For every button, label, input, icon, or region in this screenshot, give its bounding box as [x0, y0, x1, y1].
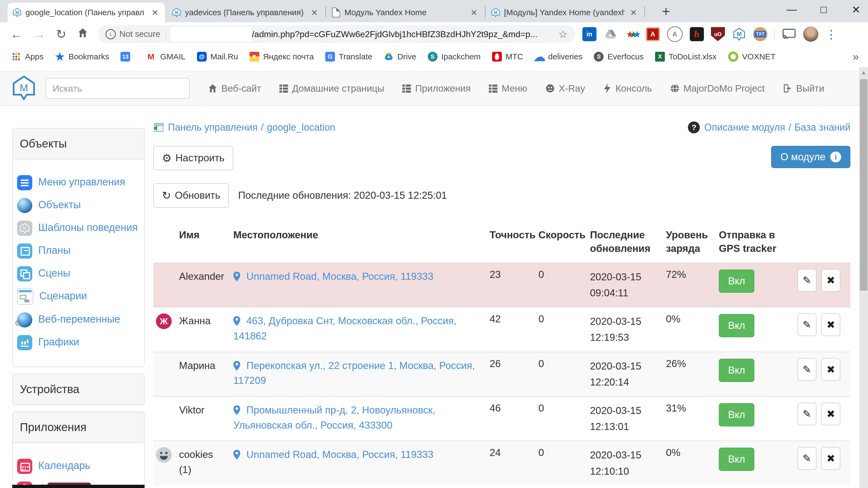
h-extension-icon[interactable]: h — [690, 27, 704, 41]
bookmark-deliveries[interactable]: ☁ deliveries — [535, 52, 583, 62]
majordomo-extension-icon[interactable]: M — [732, 27, 746, 41]
tab-close-icon[interactable]: ✕ — [628, 8, 639, 18]
delete-button[interactable]: ✖ — [822, 358, 840, 381]
sidebar-item-objects[interactable]: Объекты — [17, 197, 140, 213]
edit-button[interactable]: ✎ — [798, 358, 816, 381]
bookmark-everfocus[interactable]: S Everfocus — [594, 52, 643, 62]
edit-button[interactable]: ✎ — [798, 447, 816, 470]
nav-item-applications[interactable]: Приложения — [401, 83, 471, 94]
chrome-menu-icon[interactable]: ⋮ — [826, 27, 837, 41]
linkedin-extension-icon[interactable]: in — [582, 27, 596, 41]
nav-item-menu[interactable]: Меню — [488, 83, 527, 94]
bookmark-translate[interactable]: G Translate — [325, 52, 372, 62]
send-toggle-button[interactable]: Вкл — [719, 359, 754, 382]
breadcrumb-link-module[interactable]: google_location — [267, 122, 335, 133]
about-module-button[interactable]: О модуле i — [771, 146, 850, 168]
bookmark-mailru[interactable]: @ Mail.Ru — [197, 52, 238, 62]
configure-button[interactable]: ⚙ Настроить — [153, 146, 233, 170]
location-link[interactable]: Unnamed Road, Москва, Россия, 119333 — [246, 449, 433, 460]
nav-item-console[interactable]: Консоль — [602, 83, 652, 94]
sidebar-item-calendar[interactable]: Календарь — [17, 458, 140, 474]
module-description-link[interactable]: Описание модуля — [704, 122, 785, 133]
stars-extension-icon[interactable]: ★★★ — [625, 27, 639, 41]
security-label[interactable]: Not secure — [120, 29, 160, 39]
send-toggle-button[interactable]: Вкл — [719, 269, 754, 293]
reload-icon[interactable]: ↻ — [56, 27, 66, 41]
sidebar-item-scenes[interactable]: Сцены — [17, 266, 140, 282]
page-scrollbar[interactable]: ▲ — [859, 67, 868, 488]
cast-icon[interactable] — [782, 27, 796, 41]
edit-button[interactable]: ✎ — [798, 402, 816, 425]
txt-cookie-extension-icon[interactable]: TXT — [753, 27, 767, 41]
nav-item-website[interactable]: Веб-сайт — [207, 83, 261, 94]
page-info-icon[interactable]: i — [105, 29, 116, 39]
sidebar-item-scripts[interactable]: Сценарии — [17, 289, 140, 305]
edit-button[interactable]: ✎ — [798, 314, 816, 336]
forward-icon[interactable]: → — [33, 27, 45, 41]
back-icon[interactable]: ← — [10, 27, 23, 41]
scroll-up-icon[interactable]: ▲ — [859, 69, 868, 76]
bookmark-todolist[interactable]: X ToDoList.xlsx — [655, 52, 717, 62]
minimize-button[interactable]: — — [786, 4, 797, 15]
tab-yadevices[interactable]: M yadevices (Панель управления) ✕ — [167, 3, 324, 22]
help-icon[interactable]: ? — [688, 122, 700, 133]
sidebar-item-control-menu[interactable]: Меню управления — [17, 174, 140, 190]
circle-a-extension-icon[interactable]: A — [667, 26, 683, 42]
location-link[interactable]: 463, Дубровка Снт, Московская обл., Росс… — [233, 315, 457, 341]
bookmarks-overflow-icon[interactable]: » — [853, 51, 859, 63]
drive-extension-icon[interactable] — [603, 27, 618, 41]
send-toggle-button[interactable]: Вкл — [719, 403, 754, 426]
updated-value: 2020-03-1509:04:11 — [590, 269, 666, 301]
tab-close-icon[interactable]: ✕ — [150, 8, 160, 18]
url-text[interactable]: /admin.php?pd=cGFuZWw6e2FjdGlvbj1hcHBfZ3… — [252, 29, 556, 39]
sidebar-item-web-variables[interactable]: Веб-переменные — [17, 312, 140, 327]
nav-item-logout[interactable]: Выйти — [782, 83, 824, 94]
search-input[interactable] — [45, 78, 190, 99]
scrollbar-thumb[interactable] — [860, 79, 867, 291]
delete-button[interactable]: ✖ — [822, 402, 840, 425]
address-bar[interactable]: i Not secure /admin.php?pd=cGFuZWw6e2Fjd… — [98, 25, 575, 43]
close-button[interactable]: ✕ — [852, 4, 860, 16]
nav-item-home-pages[interactable]: Домашние страницы — [279, 83, 384, 94]
nav-item-project[interactable]: MajorDoMo Project — [670, 83, 765, 94]
breadcrumb-link-panel[interactable]: Панель управления — [168, 122, 258, 133]
bookmark-bookmarks[interactable]: ★ Bookmarks — [55, 52, 109, 62]
bookmark-drive[interactable]: Drive — [384, 52, 416, 62]
nav-item-xray[interactable]: X-Ray — [545, 83, 585, 94]
delete-button[interactable]: ✖ — [822, 447, 840, 470]
bookmark-yandex-mail[interactable]: ▼ Яндекс почта — [250, 52, 314, 62]
sidebar-item-charts[interactable]: Графики — [17, 334, 140, 350]
tab-google-location[interactable]: M google_location (Панель управл ✕ — [8, 3, 165, 22]
bookmark-voxnet[interactable]: VOXNET — [728, 52, 775, 62]
tab-yandex-home-doc[interactable]: Модуль Yandex Home ✕ — [327, 3, 484, 22]
maximize-button[interactable]: □ — [820, 4, 827, 15]
ublock-extension-icon[interactable]: uO — [711, 27, 725, 41]
bookmark-mts[interactable]: МТС — [492, 52, 523, 62]
delete-button[interactable]: ✖ — [822, 269, 840, 292]
panel-devices[interactable]: Устройства — [12, 373, 145, 405]
majordomo-logo[interactable]: M — [12, 75, 35, 101]
acrobat-extension-icon[interactable]: A — [646, 27, 660, 41]
bookmark-star-icon[interactable]: ☆ — [558, 28, 567, 40]
send-toggle-button[interactable]: Вкл — [719, 448, 754, 471]
refresh-button[interactable]: ↻ Обновить — [153, 183, 229, 208]
sidebar-item-behavior-templates[interactable]: M Шаблоны поведения — [17, 220, 140, 236]
location-link[interactable]: Unnamed Road, Москва, Россия, 119333 — [246, 271, 433, 282]
new-tab-button[interactable]: + — [662, 4, 670, 19]
location-link[interactable]: Перекопская ул., 22 строение 1, Москва, … — [233, 360, 475, 386]
delete-button[interactable]: ✖ — [822, 314, 840, 336]
tab-close-icon[interactable]: ✕ — [310, 8, 319, 18]
bookmark-calendar[interactable]: 13 — [120, 52, 134, 62]
send-toggle-button[interactable]: Вкл — [719, 314, 754, 337]
bookmark-ipackchem[interactable]: S Ipackchem — [428, 52, 480, 62]
bookmark-gmail[interactable]: M GMAIL — [145, 51, 185, 62]
knowledge-base-link[interactable]: База знаний — [795, 122, 850, 133]
tab-close-icon[interactable]: ✕ — [469, 8, 479, 18]
sidebar-item-plans[interactable]: Планы — [17, 243, 140, 259]
location-link[interactable]: Промышленный пр-д, 2, Новоульяновск, Уль… — [233, 404, 435, 431]
home-icon[interactable] — [77, 27, 89, 42]
tab-yandex-home-module[interactable]: M [Модуль] Yandex Home (yandexh ✕ — [486, 3, 643, 22]
bookmark-apps[interactable]: Apps — [11, 52, 43, 62]
profile-avatar[interactable] — [803, 27, 818, 42]
edit-button[interactable]: ✎ — [798, 269, 816, 292]
